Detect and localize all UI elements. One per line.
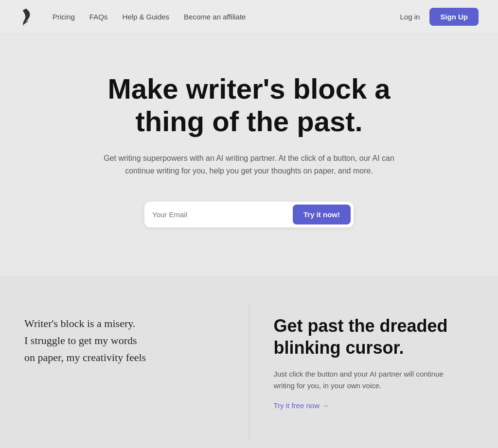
try-now-button[interactable]: Try it now! [293,205,351,224]
lower-section: Writer's block is a misery.I struggle to… [0,276,498,448]
lower-left-panel: Writer's block is a misery.I struggle to… [0,276,249,448]
nav-faqs[interactable]: FAQs [89,13,108,21]
feature-title: Get past the dreaded blinking cursor. [274,315,459,359]
nav-pricing[interactable]: Pricing [53,13,75,21]
login-button[interactable]: Log in [400,13,420,21]
hero-section: Make writer's block a thing of the past.… [0,34,498,276]
email-form: Try it now! [144,202,354,227]
email-input[interactable] [152,206,293,224]
try-free-link[interactable]: Try it free now → [274,401,474,410]
signup-button[interactable]: Sign Up [429,8,479,26]
nav-affiliate[interactable]: Become an affiliate [184,13,246,21]
logo[interactable] [19,8,33,26]
feature-desc: Just click the button and your AI partne… [274,368,459,392]
navbar-left: Pricing FAQs Help & Guides Become an aff… [19,8,246,26]
writers-block-text: Writer's block is a misery.I struggle to… [24,315,146,366]
navbar: Pricing FAQs Help & Guides Become an aff… [0,0,498,34]
lower-right-panel: Get past the dreaded blinking cursor. Ju… [249,276,498,448]
hero-title: Make writer's block a thing of the past. [79,73,419,138]
nav-help-guides[interactable]: Help & Guides [122,13,169,21]
navbar-right: Log in Sign Up [400,8,479,26]
hero-subtitle: Get writing superpowers with an AI writi… [98,152,400,177]
